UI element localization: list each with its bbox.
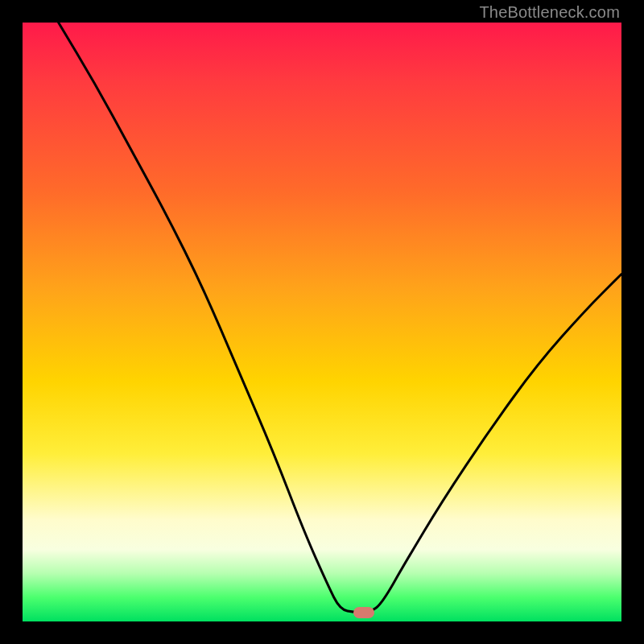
- watermark-text: TheBottleneck.com: [479, 3, 620, 22]
- optimal-point-marker: [353, 607, 374, 618]
- chart-frame: TheBottleneck.com: [0, 0, 644, 644]
- bottleneck-curve: [59, 23, 621, 613]
- plot-area: [23, 23, 621, 621]
- curve-svg: [23, 23, 621, 621]
